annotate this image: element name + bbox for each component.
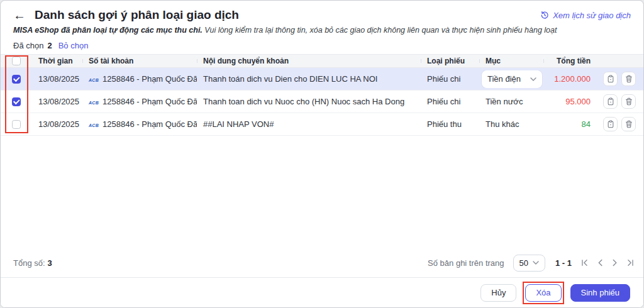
- subtitle-bold: MISA eShop đã phân loại tự động các mục …: [13, 26, 203, 35]
- cell-voucher-type: Phiếu thu: [421, 119, 479, 129]
- cell-amount: 84: [543, 119, 597, 129]
- delete-row-button[interactable]: [621, 117, 636, 131]
- delete-button[interactable]: Xóa: [525, 284, 561, 302]
- row-actions: [597, 94, 643, 109]
- cell-voucher-type: Phiếu chi: [421, 97, 479, 106]
- clear-selection-link[interactable]: Bỏ chọn: [58, 41, 89, 50]
- view-voucher-button[interactable]: [603, 94, 618, 109]
- trash-icon: [625, 120, 633, 128]
- cell-transfer-content: Thanh toan dich vu Nuoc cho (HN) Nuoc sa…: [197, 97, 421, 106]
- category-select[interactable]: Tiền điện: [482, 70, 542, 88]
- total-count: Tổng số:3: [13, 258, 52, 268]
- table-header-row: Thời gian Số tài khoản Nội dung chuyển k…: [1, 54, 643, 68]
- cell-category[interactable]: Tiền nước: [479, 97, 543, 106]
- account-text: 1258846 - Phạm Quốc Đăng: [103, 74, 197, 84]
- transaction-classification-page: ← Danh sách gợi ý phân loại giao dịch Xe…: [0, 0, 644, 308]
- page-header: ← Danh sách gợi ý phân loại giao dịch Xe…: [1, 1, 643, 50]
- cell-category[interactable]: Thu khác: [479, 119, 543, 129]
- column-header-date[interactable]: Thời gian: [32, 57, 82, 65]
- row-checkbox[interactable]: [12, 120, 21, 129]
- page-range: 1 - 1: [555, 258, 572, 268]
- clipboard-icon: [607, 120, 614, 128]
- column-header-account[interactable]: Số tài khoản: [82, 57, 197, 65]
- bank-logo-acb: ACB: [89, 101, 99, 105]
- cell-account: ACB1258846 - Phạm Quốc Đăng: [82, 119, 197, 129]
- delete-row-button[interactable]: [621, 72, 636, 86]
- cell-account: ACB1258846 - Phạm Quốc Đăng: [82, 74, 197, 84]
- cell-date: 13/08/2025: [32, 74, 82, 84]
- page-title: Danh sách gợi ý phân loại giao dịch: [35, 8, 239, 22]
- selection-summary: Đã chọn 2 Bỏ chọn: [13, 41, 631, 50]
- history-link-label: Xem lịch sử giao dịch: [553, 11, 631, 20]
- generate-voucher-button[interactable]: Sinh phiếu: [570, 284, 630, 302]
- clipboard-icon: [607, 97, 614, 106]
- column-header-amount[interactable]: Tổng tiền: [543, 57, 597, 65]
- view-voucher-button[interactable]: [603, 117, 618, 131]
- bank-logo-acb: ACB: [89, 123, 99, 128]
- account-text: 1258846 - Phạm Quốc Đăng: [103, 97, 197, 106]
- category-select-value: Tiền điện: [487, 74, 521, 84]
- next-page-button[interactable]: [612, 259, 618, 267]
- subtitle-regular: Vui lòng kiểm tra lại thông tin, xóa bỏ …: [203, 26, 557, 35]
- table-row[interactable]: 13/08/2025 ACB1258846 - Phạm Quốc Đăng #…: [1, 113, 643, 136]
- last-page-button[interactable]: [626, 259, 635, 267]
- selected-count: 2: [47, 41, 52, 50]
- list-footer: Tổng số:3 Số bản ghi trên trang 50 1 - 1: [13, 253, 635, 272]
- cell-amount: 1.200.000: [543, 74, 597, 84]
- total-label: Tổng số:: [13, 258, 45, 268]
- chevron-down-icon: [530, 77, 536, 81]
- first-page-button[interactable]: [580, 259, 589, 267]
- row-checkbox[interactable]: [12, 75, 21, 84]
- per-page-select[interactable]: 50: [513, 255, 545, 272]
- history-clock-icon: [540, 11, 549, 19]
- previous-page-button[interactable]: [597, 259, 603, 267]
- view-transaction-history-link[interactable]: Xem lịch sử giao dịch: [540, 11, 631, 20]
- column-header-content[interactable]: Nội dung chuyển khoản: [197, 57, 421, 65]
- cell-date: 13/08/2025: [32, 119, 82, 129]
- cell-voucher-type: Phiếu chi: [421, 74, 479, 84]
- account-text: 1258846 - Phạm Quốc Đăng: [103, 119, 197, 129]
- per-page-label: Số bản ghi trên trang: [428, 258, 504, 268]
- transactions-table: Thời gian Số tài khoản Nội dung chuyển k…: [1, 54, 643, 136]
- selected-label: Đã chọn: [13, 41, 43, 50]
- trash-icon: [625, 75, 633, 83]
- column-header-category[interactable]: Mục: [479, 57, 543, 65]
- cell-amount: 95.000: [543, 97, 597, 106]
- view-voucher-button[interactable]: [603, 72, 618, 86]
- total-value: 3: [48, 258, 52, 268]
- trash-icon: [625, 97, 633, 106]
- page-subtitle: MISA eShop đã phân loại tự động các mục …: [13, 26, 631, 35]
- table-row[interactable]: 13/08/2025 ACB1258846 - Phạm Quốc Đăng T…: [1, 68, 643, 91]
- clipboard-icon: [607, 75, 614, 83]
- row-actions: [597, 117, 643, 131]
- bank-logo-acb: ACB: [89, 78, 99, 82]
- row-checkbox[interactable]: [12, 97, 21, 106]
- chevron-down-icon: [533, 261, 539, 265]
- delete-row-button[interactable]: [621, 94, 636, 109]
- column-header-voucher-type[interactable]: Loại phiếu: [421, 57, 479, 65]
- pagination: Số bản ghi trên trang 50 1 - 1: [428, 255, 635, 272]
- back-arrow-icon[interactable]: ←: [13, 9, 26, 21]
- cell-date: 13/08/2025: [32, 97, 82, 106]
- annotation-delete-button: Xóa: [523, 282, 564, 304]
- per-page-value: 50: [519, 258, 528, 268]
- row-actions: [597, 72, 643, 86]
- select-all-checkbox[interactable]: [12, 57, 21, 65]
- action-bar: Hủy Xóa Sinh phiếu: [1, 277, 643, 307]
- cancel-button[interactable]: Hủy: [480, 284, 516, 302]
- cell-transfer-content: ##LAI NHAP VON#: [197, 119, 421, 129]
- cell-transfer-content: Thanh toán dich vu Dien cho DIEN LUC HA …: [197, 74, 421, 84]
- cell-account: ACB1258846 - Phạm Quốc Đăng: [82, 97, 197, 106]
- table-row[interactable]: 13/08/2025 ACB1258846 - Phạm Quốc Đăng T…: [1, 91, 643, 113]
